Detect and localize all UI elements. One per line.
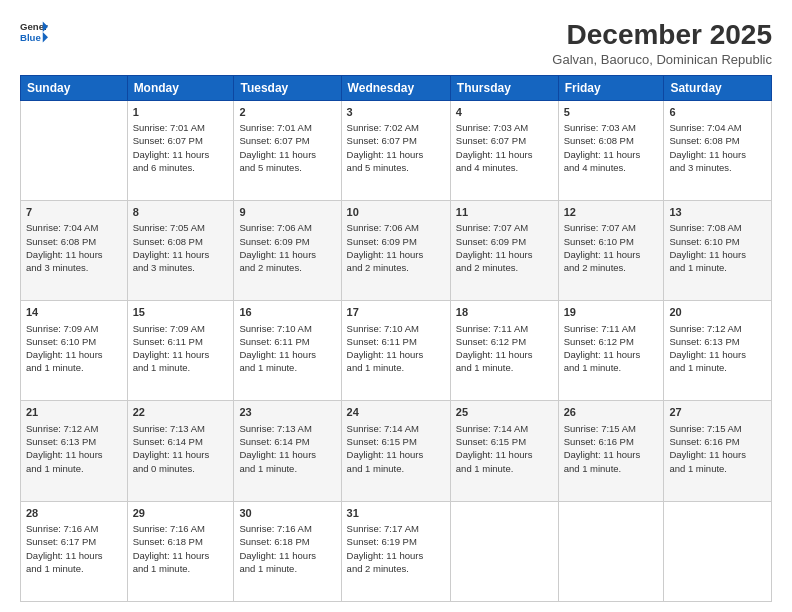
calendar-cell: 22Sunrise: 7:13 AMSunset: 6:14 PMDayligh…	[127, 401, 234, 501]
calendar-cell	[21, 100, 128, 200]
day-info: Sunrise: 7:07 AMSunset: 6:10 PMDaylight:…	[564, 221, 659, 274]
calendar-cell: 4Sunrise: 7:03 AMSunset: 6:07 PMDaylight…	[450, 100, 558, 200]
calendar-week-row: 28Sunrise: 7:16 AMSunset: 6:17 PMDayligh…	[21, 501, 772, 601]
day-info: Sunrise: 7:16 AMSunset: 6:18 PMDaylight:…	[239, 522, 335, 575]
calendar-cell: 19Sunrise: 7:11 AMSunset: 6:12 PMDayligh…	[558, 301, 664, 401]
calendar-cell: 2Sunrise: 7:01 AMSunset: 6:07 PMDaylight…	[234, 100, 341, 200]
day-number: 6	[669, 105, 766, 120]
day-info: Sunrise: 7:06 AMSunset: 6:09 PMDaylight:…	[347, 221, 445, 274]
calendar-week-row: 21Sunrise: 7:12 AMSunset: 6:13 PMDayligh…	[21, 401, 772, 501]
header: General Blue December 2025 Galvan, Baoru…	[20, 18, 772, 67]
calendar-cell: 26Sunrise: 7:15 AMSunset: 6:16 PMDayligh…	[558, 401, 664, 501]
day-number: 3	[347, 105, 445, 120]
day-info: Sunrise: 7:15 AMSunset: 6:16 PMDaylight:…	[669, 422, 766, 475]
day-number: 2	[239, 105, 335, 120]
calendar-cell: 1Sunrise: 7:01 AMSunset: 6:07 PMDaylight…	[127, 100, 234, 200]
calendar-header-monday: Monday	[127, 75, 234, 100]
calendar-cell: 13Sunrise: 7:08 AMSunset: 6:10 PMDayligh…	[664, 200, 772, 300]
day-number: 14	[26, 305, 122, 320]
calendar-cell	[558, 501, 664, 601]
day-info: Sunrise: 7:02 AMSunset: 6:07 PMDaylight:…	[347, 121, 445, 174]
calendar-cell: 9Sunrise: 7:06 AMSunset: 6:09 PMDaylight…	[234, 200, 341, 300]
page: General Blue December 2025 Galvan, Baoru…	[0, 0, 792, 612]
calendar-cell: 29Sunrise: 7:16 AMSunset: 6:18 PMDayligh…	[127, 501, 234, 601]
calendar-header-row: SundayMondayTuesdayWednesdayThursdayFrid…	[21, 75, 772, 100]
day-number: 7	[26, 205, 122, 220]
calendar-header-sunday: Sunday	[21, 75, 128, 100]
calendar-cell: 20Sunrise: 7:12 AMSunset: 6:13 PMDayligh…	[664, 301, 772, 401]
svg-text:Blue: Blue	[20, 32, 41, 43]
calendar-cell: 6Sunrise: 7:04 AMSunset: 6:08 PMDaylight…	[664, 100, 772, 200]
day-info: Sunrise: 7:09 AMSunset: 6:11 PMDaylight:…	[133, 322, 229, 375]
calendar-cell: 21Sunrise: 7:12 AMSunset: 6:13 PMDayligh…	[21, 401, 128, 501]
calendar-cell: 30Sunrise: 7:16 AMSunset: 6:18 PMDayligh…	[234, 501, 341, 601]
day-info: Sunrise: 7:11 AMSunset: 6:12 PMDaylight:…	[564, 322, 659, 375]
day-info: Sunrise: 7:10 AMSunset: 6:11 PMDaylight:…	[239, 322, 335, 375]
day-info: Sunrise: 7:16 AMSunset: 6:17 PMDaylight:…	[26, 522, 122, 575]
day-info: Sunrise: 7:12 AMSunset: 6:13 PMDaylight:…	[26, 422, 122, 475]
day-info: Sunrise: 7:09 AMSunset: 6:10 PMDaylight:…	[26, 322, 122, 375]
calendar-cell: 15Sunrise: 7:09 AMSunset: 6:11 PMDayligh…	[127, 301, 234, 401]
day-number: 16	[239, 305, 335, 320]
day-info: Sunrise: 7:01 AMSunset: 6:07 PMDaylight:…	[239, 121, 335, 174]
day-info: Sunrise: 7:06 AMSunset: 6:09 PMDaylight:…	[239, 221, 335, 274]
calendar-cell: 23Sunrise: 7:13 AMSunset: 6:14 PMDayligh…	[234, 401, 341, 501]
day-info: Sunrise: 7:16 AMSunset: 6:18 PMDaylight:…	[133, 522, 229, 575]
calendar-cell: 18Sunrise: 7:11 AMSunset: 6:12 PMDayligh…	[450, 301, 558, 401]
day-number: 26	[564, 405, 659, 420]
day-number: 17	[347, 305, 445, 320]
logo-icon: General Blue	[20, 18, 48, 46]
day-number: 30	[239, 506, 335, 521]
day-number: 21	[26, 405, 122, 420]
day-number: 18	[456, 305, 553, 320]
day-info: Sunrise: 7:13 AMSunset: 6:14 PMDaylight:…	[133, 422, 229, 475]
day-number: 25	[456, 405, 553, 420]
calendar-cell: 8Sunrise: 7:05 AMSunset: 6:08 PMDaylight…	[127, 200, 234, 300]
day-info: Sunrise: 7:08 AMSunset: 6:10 PMDaylight:…	[669, 221, 766, 274]
calendar-cell: 25Sunrise: 7:14 AMSunset: 6:15 PMDayligh…	[450, 401, 558, 501]
calendar-header-saturday: Saturday	[664, 75, 772, 100]
calendar-cell: 14Sunrise: 7:09 AMSunset: 6:10 PMDayligh…	[21, 301, 128, 401]
calendar-cell: 17Sunrise: 7:10 AMSunset: 6:11 PMDayligh…	[341, 301, 450, 401]
calendar-table: SundayMondayTuesdayWednesdayThursdayFrid…	[20, 75, 772, 602]
day-number: 4	[456, 105, 553, 120]
day-number: 31	[347, 506, 445, 521]
day-number: 24	[347, 405, 445, 420]
day-number: 1	[133, 105, 229, 120]
calendar-week-row: 7Sunrise: 7:04 AMSunset: 6:08 PMDaylight…	[21, 200, 772, 300]
calendar-cell: 7Sunrise: 7:04 AMSunset: 6:08 PMDaylight…	[21, 200, 128, 300]
day-number: 20	[669, 305, 766, 320]
day-info: Sunrise: 7:13 AMSunset: 6:14 PMDaylight:…	[239, 422, 335, 475]
day-number: 29	[133, 506, 229, 521]
day-info: Sunrise: 7:14 AMSunset: 6:15 PMDaylight:…	[347, 422, 445, 475]
logo: General Blue	[20, 18, 48, 46]
day-number: 27	[669, 405, 766, 420]
day-info: Sunrise: 7:14 AMSunset: 6:15 PMDaylight:…	[456, 422, 553, 475]
calendar-cell: 3Sunrise: 7:02 AMSunset: 6:07 PMDaylight…	[341, 100, 450, 200]
day-number: 28	[26, 506, 122, 521]
calendar-cell: 31Sunrise: 7:17 AMSunset: 6:19 PMDayligh…	[341, 501, 450, 601]
calendar-cell: 11Sunrise: 7:07 AMSunset: 6:09 PMDayligh…	[450, 200, 558, 300]
day-number: 13	[669, 205, 766, 220]
calendar-cell: 10Sunrise: 7:06 AMSunset: 6:09 PMDayligh…	[341, 200, 450, 300]
calendar-header-thursday: Thursday	[450, 75, 558, 100]
calendar-cell: 28Sunrise: 7:16 AMSunset: 6:17 PMDayligh…	[21, 501, 128, 601]
day-info: Sunrise: 7:04 AMSunset: 6:08 PMDaylight:…	[669, 121, 766, 174]
calendar-header-tuesday: Tuesday	[234, 75, 341, 100]
day-number: 15	[133, 305, 229, 320]
day-info: Sunrise: 7:01 AMSunset: 6:07 PMDaylight:…	[133, 121, 229, 174]
main-title: December 2025	[552, 18, 772, 52]
day-number: 12	[564, 205, 659, 220]
day-info: Sunrise: 7:15 AMSunset: 6:16 PMDaylight:…	[564, 422, 659, 475]
day-info: Sunrise: 7:11 AMSunset: 6:12 PMDaylight:…	[456, 322, 553, 375]
day-info: Sunrise: 7:03 AMSunset: 6:07 PMDaylight:…	[456, 121, 553, 174]
day-number: 19	[564, 305, 659, 320]
day-number: 5	[564, 105, 659, 120]
calendar-cell: 24Sunrise: 7:14 AMSunset: 6:15 PMDayligh…	[341, 401, 450, 501]
day-info: Sunrise: 7:05 AMSunset: 6:08 PMDaylight:…	[133, 221, 229, 274]
title-section: December 2025 Galvan, Baoruco, Dominican…	[552, 18, 772, 67]
calendar-header-friday: Friday	[558, 75, 664, 100]
day-info: Sunrise: 7:17 AMSunset: 6:19 PMDaylight:…	[347, 522, 445, 575]
calendar-header-wednesday: Wednesday	[341, 75, 450, 100]
day-number: 11	[456, 205, 553, 220]
